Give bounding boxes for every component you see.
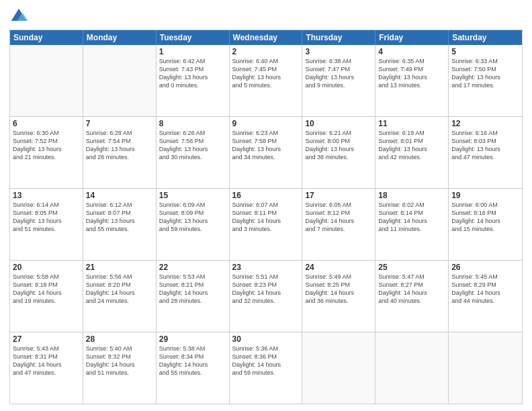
header-day-monday: Monday [83,30,157,45]
day-cell-15: 15Sunrise: 6:09 AM Sunset: 8:09 PM Dayli… [157,189,230,260]
day-cell-18: 18Sunrise: 6:02 AM Sunset: 8:14 PM Dayli… [375,189,449,260]
day-cell-1: 1Sunrise: 6:42 AM Sunset: 7:43 PM Daylig… [157,45,230,116]
calendar-row-3: 20Sunrise: 5:58 AM Sunset: 8:18 PM Dayli… [10,260,522,332]
day-number: 24 [305,263,372,272]
day-cell-30: 30Sunrise: 5:36 AM Sunset: 8:36 PM Dayli… [230,332,303,404]
day-info: Sunrise: 5:51 AM Sunset: 8:23 PM Dayligh… [232,273,300,306]
header-day-sunday: Sunday [10,30,83,45]
day-number: 17 [305,191,372,200]
day-cell-10: 10Sunrise: 6:21 AM Sunset: 8:00 PM Dayli… [302,117,375,188]
calendar-body: 1Sunrise: 6:42 AM Sunset: 7:43 PM Daylig… [10,45,522,404]
day-number: 7 [86,119,153,128]
day-cell-29: 29Sunrise: 5:38 AM Sunset: 8:34 PM Dayli… [157,332,230,404]
calendar: SundayMondayTuesdayWednesdayThursdayFrid… [9,30,523,404]
day-cell-22: 22Sunrise: 5:53 AM Sunset: 8:21 PM Dayli… [157,261,230,332]
day-info: Sunrise: 5:47 AM Sunset: 8:27 PM Dayligh… [378,273,445,306]
day-cell-21: 21Sunrise: 5:56 AM Sunset: 8:20 PM Dayli… [83,261,157,332]
day-cell-6: 6Sunrise: 6:30 AM Sunset: 7:52 PM Daylig… [10,117,83,188]
header [9,7,523,26]
day-info: Sunrise: 6:35 AM Sunset: 7:49 PM Dayligh… [378,57,445,90]
day-info: Sunrise: 6:05 AM Sunset: 8:12 PM Dayligh… [305,201,372,234]
day-info: Sunrise: 5:53 AM Sunset: 8:21 PM Dayligh… [159,273,226,306]
day-info: Sunrise: 5:56 AM Sunset: 8:20 PM Dayligh… [86,273,153,306]
day-info: Sunrise: 5:58 AM Sunset: 8:18 PM Dayligh… [13,273,80,306]
day-cell-20: 20Sunrise: 5:58 AM Sunset: 8:18 PM Dayli… [10,261,83,332]
day-cell-empty-4-5 [375,332,449,404]
day-number: 8 [159,119,226,128]
day-info: Sunrise: 6:00 AM Sunset: 8:16 PM Dayligh… [451,201,519,234]
day-cell-23: 23Sunrise: 5:51 AM Sunset: 8:23 PM Dayli… [230,261,303,332]
day-number: 18 [378,191,445,200]
day-info: Sunrise: 6:40 AM Sunset: 7:45 PM Dayligh… [232,57,300,90]
day-info: Sunrise: 6:16 AM Sunset: 8:03 PM Dayligh… [451,129,519,162]
day-info: Sunrise: 6:02 AM Sunset: 8:14 PM Dayligh… [378,201,445,234]
day-cell-empty-4-6 [449,332,522,404]
calendar-header: SundayMondayTuesdayWednesdayThursdayFrid… [10,30,522,45]
day-info: Sunrise: 6:21 AM Sunset: 8:00 PM Dayligh… [305,129,372,162]
day-cell-9: 9Sunrise: 6:23 AM Sunset: 7:58 PM Daylig… [230,117,303,188]
calendar-row-1: 6Sunrise: 6:30 AM Sunset: 7:52 PM Daylig… [10,116,522,188]
day-cell-empty-0-0 [10,45,83,116]
day-cell-11: 11Sunrise: 6:19 AM Sunset: 8:01 PM Dayli… [375,117,449,188]
day-cell-24: 24Sunrise: 5:49 AM Sunset: 8:25 PM Dayli… [302,261,375,332]
day-number: 22 [159,263,226,272]
day-info: Sunrise: 6:26 AM Sunset: 7:56 PM Dayligh… [159,129,226,162]
day-number: 26 [451,263,519,272]
day-info: Sunrise: 6:14 AM Sunset: 8:05 PM Dayligh… [13,201,80,234]
day-info: Sunrise: 6:33 AM Sunset: 7:50 PM Dayligh… [451,57,519,90]
day-cell-4: 4Sunrise: 6:35 AM Sunset: 7:49 PM Daylig… [375,45,449,116]
day-number: 20 [13,263,80,272]
day-cell-13: 13Sunrise: 6:14 AM Sunset: 8:05 PM Dayli… [10,189,83,260]
day-number: 16 [232,191,300,200]
day-info: Sunrise: 6:23 AM Sunset: 7:58 PM Dayligh… [232,129,300,162]
day-number: 28 [86,334,153,344]
day-number: 3 [305,47,372,56]
day-number: 27 [13,334,80,344]
day-number: 9 [232,119,300,128]
day-cell-5: 5Sunrise: 6:33 AM Sunset: 7:50 PM Daylig… [449,45,522,116]
day-cell-2: 2Sunrise: 6:40 AM Sunset: 7:45 PM Daylig… [230,45,303,116]
day-info: Sunrise: 5:40 AM Sunset: 8:32 PM Dayligh… [86,345,153,377]
logo-icon [9,7,28,26]
day-cell-12: 12Sunrise: 6:16 AM Sunset: 8:03 PM Dayli… [449,117,522,188]
day-cell-empty-4-4 [302,332,375,404]
day-cell-16: 16Sunrise: 6:07 AM Sunset: 8:11 PM Dayli… [230,189,303,260]
day-number: 5 [451,47,519,56]
day-cell-26: 26Sunrise: 5:45 AM Sunset: 8:29 PM Dayli… [449,261,522,332]
day-number: 30 [232,334,300,344]
day-number: 15 [159,191,226,200]
day-number: 25 [378,263,445,272]
day-info: Sunrise: 6:07 AM Sunset: 8:11 PM Dayligh… [232,201,300,234]
day-number: 6 [13,119,80,128]
day-number: 4 [378,47,445,56]
calendar-row-4: 27Sunrise: 5:43 AM Sunset: 8:31 PM Dayli… [10,332,522,404]
day-number: 21 [86,263,153,272]
day-cell-8: 8Sunrise: 6:26 AM Sunset: 7:56 PM Daylig… [157,117,230,188]
day-info: Sunrise: 5:43 AM Sunset: 8:31 PM Dayligh… [13,345,80,377]
header-day-wednesday: Wednesday [230,30,303,45]
day-number: 12 [451,119,519,128]
day-number: 11 [378,119,445,128]
day-number: 14 [86,191,153,200]
day-cell-7: 7Sunrise: 6:28 AM Sunset: 7:54 PM Daylig… [83,117,157,188]
day-cell-27: 27Sunrise: 5:43 AM Sunset: 8:31 PM Dayli… [10,332,83,404]
day-number: 1 [159,47,226,56]
logo [9,7,31,26]
day-info: Sunrise: 5:36 AM Sunset: 8:36 PM Dayligh… [232,345,300,377]
day-info: Sunrise: 6:30 AM Sunset: 7:52 PM Dayligh… [13,129,80,162]
header-day-thursday: Thursday [302,30,375,45]
day-number: 10 [305,119,372,128]
day-info: Sunrise: 5:38 AM Sunset: 8:34 PM Dayligh… [159,345,226,377]
day-cell-25: 25Sunrise: 5:47 AM Sunset: 8:27 PM Dayli… [375,261,449,332]
calendar-row-0: 1Sunrise: 6:42 AM Sunset: 7:43 PM Daylig… [10,45,522,116]
day-info: Sunrise: 5:49 AM Sunset: 8:25 PM Dayligh… [305,273,372,306]
day-cell-17: 17Sunrise: 6:05 AM Sunset: 8:12 PM Dayli… [302,189,375,260]
day-number: 13 [13,191,80,200]
page: SundayMondayTuesdayWednesdayThursdayFrid… [0,0,532,411]
day-cell-3: 3Sunrise: 6:38 AM Sunset: 7:47 PM Daylig… [302,45,375,116]
day-info: Sunrise: 6:42 AM Sunset: 7:43 PM Dayligh… [159,57,226,90]
header-day-tuesday: Tuesday [157,30,230,45]
day-number: 2 [232,47,300,56]
day-number: 23 [232,263,300,272]
day-cell-14: 14Sunrise: 6:12 AM Sunset: 8:07 PM Dayli… [83,189,157,260]
